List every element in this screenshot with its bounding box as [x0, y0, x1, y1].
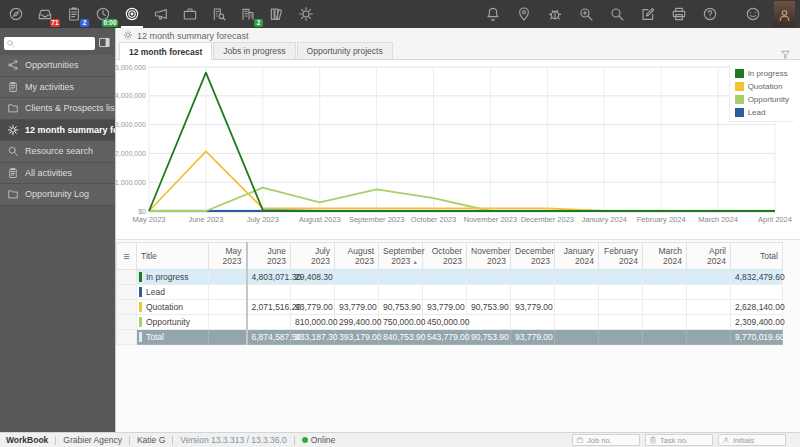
table-cell: [555, 330, 599, 345]
table-cell: 93,779.00: [511, 330, 555, 345]
table-cell: 393,179.00: [335, 330, 379, 345]
topbar: 7120:002: [0, 0, 800, 28]
legend-label: Quotation: [748, 82, 783, 91]
sidebar-item-12-month-summary-forecast[interactable]: 12 month summary forecast: [0, 120, 115, 142]
task-no-input[interactable]: Task no.: [645, 434, 713, 446]
sidebar-item-resource-search[interactable]: Resource search: [0, 141, 115, 163]
table-cell: 6,874,587.50: [247, 330, 291, 345]
column-header-title[interactable]: Title: [137, 243, 209, 270]
user-avatar[interactable]: [774, 1, 795, 27]
table-menu-button[interactable]: ≡: [117, 243, 137, 270]
notification-badge: 2: [80, 19, 89, 27]
company-search-icon[interactable]: [208, 3, 230, 25]
filter-icon[interactable]: [780, 46, 792, 58]
column-header-may-2023[interactable]: May 2023: [209, 243, 247, 270]
legend-item: In progress: [735, 67, 789, 80]
printer-icon[interactable]: [668, 3, 690, 25]
sidebar-item-my-activities[interactable]: My activities: [0, 77, 115, 99]
table-row: Lead: [117, 285, 783, 300]
bug-icon[interactable]: [544, 3, 566, 25]
legend-swatch: [735, 108, 744, 117]
table-cell: [555, 300, 599, 315]
table-cell: [687, 270, 731, 285]
table-cell: [555, 285, 599, 300]
column-header-october-2023[interactable]: October 2023: [423, 243, 467, 270]
table-cell: 2,309,400.00: [731, 315, 783, 330]
table-cell: 4,832,479.60: [731, 270, 783, 285]
table-cell: 29,408.30: [291, 270, 335, 285]
column-header-february-2024[interactable]: February 2024: [599, 243, 643, 270]
table-row: Opportunity810,000.00299,400.00750,000.0…: [117, 315, 783, 330]
megaphone-icon[interactable]: [150, 3, 172, 25]
briefcase-icon[interactable]: [179, 3, 201, 25]
compass-icon[interactable]: [5, 3, 27, 25]
sidebar-item-clients-prospects-list[interactable]: Clients & Prospects list: [0, 98, 115, 120]
table-cell: [555, 270, 599, 285]
support-icon[interactable]: [742, 3, 764, 25]
row-gutter: [117, 330, 137, 345]
tab-12-month-forecast[interactable]: 12 month forecast: [119, 42, 212, 60]
table-cell: [467, 270, 511, 285]
table-cell: 299,400.00: [335, 315, 379, 330]
sidebar-search-input[interactable]: [4, 37, 95, 50]
table-cell: 810,000.00: [291, 315, 335, 330]
row-title[interactable]: Total: [137, 330, 209, 345]
sidebar-item-opportunities[interactable]: Opportunities: [0, 55, 115, 77]
row-title[interactable]: Lead: [137, 285, 209, 300]
svg-text:February 2024: February 2024: [637, 215, 686, 224]
sidebar-item-all-activities[interactable]: All activities: [0, 163, 115, 185]
tabbar: 12 month forecastJobs in progressOpportu…: [116, 42, 800, 60]
column-header-march-2024[interactable]: March 2024: [643, 243, 687, 270]
svg-text:$4,000,000: $4,000,000: [116, 92, 146, 99]
sidebar-item-label: My activities: [25, 82, 74, 92]
panel-toggle-icon[interactable]: [98, 35, 111, 48]
table-header-row: ≡TitleMay 2023June 2023July 2023August 2…: [117, 243, 783, 270]
column-header-july-2023[interactable]: July 2023: [291, 243, 335, 270]
row-color-chip: [139, 287, 142, 297]
archive-icon[interactable]: [266, 3, 288, 25]
help-icon[interactable]: [699, 3, 721, 25]
inbox-icon[interactable]: 71: [34, 3, 56, 25]
initials-input[interactable]: Initials: [718, 434, 786, 446]
target-icon[interactable]: [121, 3, 143, 25]
note-icon[interactable]: [637, 3, 659, 25]
sidebar-item-opportunity-log[interactable]: Opportunity Log: [0, 184, 115, 206]
sidebar-item-label: Opportunities: [25, 60, 79, 70]
column-header-june-2023[interactable]: June 2023: [247, 243, 291, 270]
notification-badge: 71: [50, 19, 60, 27]
row-gutter: [117, 270, 137, 285]
table-cell: [643, 300, 687, 315]
table-cell: 93,779.00: [423, 300, 467, 315]
row-title[interactable]: Opportunity: [137, 315, 209, 330]
column-header-april-2024[interactable]: April 2024: [687, 243, 731, 270]
table-cell: 90,753.90: [467, 330, 511, 345]
column-header-september-2023[interactable]: September 2023 ▲: [379, 243, 423, 270]
legend-item: Lead: [735, 106, 789, 119]
sidebar-item-label: Opportunity Log: [25, 189, 89, 199]
table-cell: 93,779.00: [291, 300, 335, 315]
column-header-total[interactable]: Total: [731, 243, 783, 270]
table-cell: [643, 285, 687, 300]
column-header-november-2023[interactable]: November 2023: [467, 243, 511, 270]
column-header-january-2024[interactable]: January 2024: [555, 243, 599, 270]
company-icon[interactable]: 2: [237, 3, 259, 25]
job-no-input[interactable]: Job no.: [572, 434, 640, 446]
column-header-august-2023[interactable]: August 2023: [335, 243, 379, 270]
tab-jobs-in-progress[interactable]: Jobs in progress: [213, 42, 295, 59]
tab-opportunity-projects[interactable]: Opportunity projects: [297, 42, 393, 59]
time-icon[interactable]: 0:00: [92, 3, 114, 25]
sidebar-item-label: All activities: [25, 168, 72, 178]
table-cell: [209, 315, 247, 330]
search-icon[interactable]: [606, 3, 628, 25]
row-title[interactable]: In progress: [137, 270, 209, 285]
main-panel: 12 month summary forecast 12 month forec…: [115, 28, 800, 432]
tasks-icon[interactable]: 2: [63, 3, 85, 25]
notification-badge: 0:00: [102, 19, 118, 27]
location-icon[interactable]: [513, 3, 535, 25]
column-header-december-2023[interactable]: December 2023: [511, 243, 555, 270]
bell-icon[interactable]: [482, 3, 504, 25]
settings-icon[interactable]: [295, 3, 317, 25]
row-title[interactable]: Quotation: [137, 300, 209, 315]
svg-text:$3,000,000: $3,000,000: [116, 121, 146, 128]
zoom-in-icon[interactable]: [575, 3, 597, 25]
